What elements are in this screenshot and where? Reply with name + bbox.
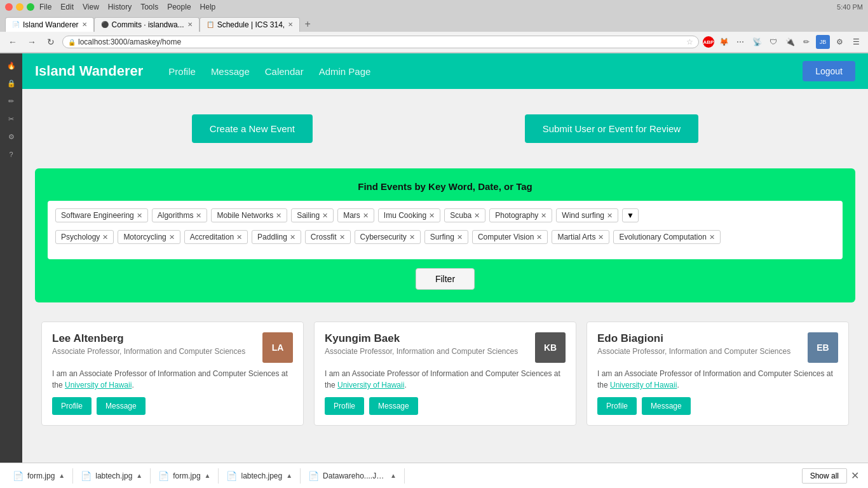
tag-item[interactable]: Photography ✕ bbox=[489, 208, 552, 222]
create-event-button[interactable]: Create a New Event bbox=[192, 114, 313, 143]
tag-item[interactable]: Mars ✕ bbox=[337, 208, 374, 222]
tag-item[interactable]: Wind surfing ✕ bbox=[556, 208, 618, 222]
show-all-button[interactable]: Show all bbox=[802, 468, 847, 484]
nav-link-message[interactable]: Message bbox=[211, 66, 250, 77]
close-download-bar-button[interactable]: ✕ bbox=[847, 470, 863, 482]
tag-item[interactable]: Imu Cooking ✕ bbox=[378, 208, 440, 222]
menu-view[interactable]: View bbox=[83, 3, 99, 11]
tag-item[interactable]: Cybersecurity ✕ bbox=[355, 230, 421, 244]
filter-btn-row: Filter bbox=[48, 268, 843, 290]
download-chevron-icon[interactable]: ▲ bbox=[58, 472, 65, 479]
navbar-brand: Island Wanderer bbox=[35, 63, 143, 79]
tag-remove-icon[interactable]: ✕ bbox=[598, 233, 604, 241]
menu-icon[interactable]: ☰ bbox=[849, 35, 863, 49]
tag-remove-icon[interactable]: ✕ bbox=[709, 233, 715, 241]
filter-button[interactable]: Filter bbox=[416, 268, 475, 290]
view-profile-button[interactable]: Profile bbox=[597, 397, 637, 415]
hawaii-link[interactable]: University of Hawaii bbox=[337, 381, 404, 390]
close-window-btn[interactable] bbox=[5, 3, 13, 11]
tag-item[interactable]: Algorithms ✕ bbox=[152, 208, 208, 222]
tab-commits[interactable]: ⚫ Commits · islandwa... ✕ bbox=[94, 17, 200, 32]
view-profile-button[interactable]: Profile bbox=[52, 397, 92, 415]
submit-review-button[interactable]: Submit User or Event for Review bbox=[525, 114, 699, 143]
tag-item[interactable]: Evolutionary Computation ✕ bbox=[613, 230, 720, 244]
back-button[interactable]: ← bbox=[5, 34, 20, 50]
tag-remove-icon[interactable]: ✕ bbox=[290, 233, 295, 241]
download-chevron-icon[interactable]: ▲ bbox=[286, 472, 292, 479]
tag-remove-icon[interactable]: ✕ bbox=[536, 233, 542, 241]
download-chevron-icon[interactable]: ▲ bbox=[205, 472, 211, 479]
tag-remove-icon[interactable]: ✕ bbox=[276, 212, 281, 220]
download-chevron-icon[interactable]: ▲ bbox=[136, 472, 142, 479]
tab-close-3[interactable]: ✕ bbox=[288, 21, 293, 28]
hawaii-link[interactable]: University of Hawaii bbox=[610, 381, 677, 390]
tag-item[interactable]: Surfing ✕ bbox=[424, 230, 468, 244]
menu-edit[interactable]: Edit bbox=[60, 3, 74, 11]
send-message-button[interactable]: Message bbox=[97, 397, 146, 415]
tag-item[interactable]: Mobile Networks ✕ bbox=[211, 208, 287, 222]
tag-remove-icon[interactable]: ✕ bbox=[541, 212, 546, 220]
tag-remove-icon[interactable]: ✕ bbox=[607, 212, 613, 220]
tag-label: Mars bbox=[343, 211, 360, 220]
nav-link-admin[interactable]: Admin Page bbox=[319, 66, 371, 77]
url-bar[interactable]: 🔒 localhost:3000/amaskey/home ☆ bbox=[62, 36, 699, 48]
settings-icon[interactable]: ⚙ bbox=[832, 35, 846, 49]
send-message-button[interactable]: Message bbox=[369, 397, 418, 415]
download-chevron-icon[interactable]: ▲ bbox=[390, 472, 397, 479]
sidebar-icon-gear: ⚙ bbox=[4, 130, 18, 144]
tag-item[interactable]: Accreditation ✕ bbox=[184, 230, 248, 244]
tab-schedule[interactable]: 📋 Schedule | ICS 314, ✕ bbox=[200, 17, 301, 32]
send-message-button[interactable]: Message bbox=[642, 397, 691, 415]
tag-remove-icon[interactable]: ✕ bbox=[457, 233, 463, 241]
tag-remove-icon[interactable]: ✕ bbox=[236, 233, 242, 241]
tag-remove-icon[interactable]: ✕ bbox=[409, 233, 415, 241]
menu-help[interactable]: Help bbox=[200, 3, 216, 11]
pencil-icon[interactable]: ✏ bbox=[799, 35, 813, 49]
tag-remove-icon[interactable]: ✕ bbox=[339, 233, 345, 241]
tag-item[interactable]: Crossfit ✕ bbox=[305, 230, 351, 244]
forward-button[interactable]: → bbox=[24, 34, 39, 50]
tab-close-2[interactable]: ✕ bbox=[187, 21, 193, 28]
tag-remove-icon[interactable]: ✕ bbox=[429, 212, 435, 220]
bookmark-icon[interactable]: ☆ bbox=[686, 37, 693, 46]
tag-item[interactable]: Martial Arts ✕ bbox=[552, 230, 609, 244]
tag-remove-icon[interactable]: ✕ bbox=[363, 212, 369, 220]
menu-people[interactable]: People bbox=[167, 3, 191, 11]
view-profile-button[interactable]: Profile bbox=[325, 397, 364, 415]
new-tab-button[interactable]: + bbox=[300, 17, 315, 32]
card-btn-row: Profile Message bbox=[52, 397, 293, 415]
menu-tools[interactable]: Tools bbox=[140, 3, 158, 11]
menu-history[interactable]: History bbox=[108, 3, 132, 11]
tag-item[interactable]: Sailing ✕ bbox=[291, 208, 334, 222]
tag-item[interactable]: Computer Vision ✕ bbox=[472, 230, 548, 244]
tag-remove-icon[interactable]: ✕ bbox=[169, 233, 175, 241]
logout-button[interactable]: Logout bbox=[803, 61, 855, 81]
tab-title-2: Commits · islandwa... bbox=[112, 20, 184, 29]
tag-item[interactable]: Software Engineering ✕ bbox=[55, 208, 148, 222]
tab-island-wanderer[interactable]: 📄 Island Wanderer ✕ bbox=[5, 17, 94, 32]
menu-file[interactable]: File bbox=[39, 3, 51, 11]
extension-icon-2[interactable]: 🔌 bbox=[783, 35, 797, 49]
refresh-button[interactable]: ↻ bbox=[43, 34, 58, 50]
nav-link-calendar[interactable]: Calendar bbox=[265, 66, 304, 77]
minimize-window-btn[interactable] bbox=[16, 3, 24, 11]
tag-remove-icon[interactable]: ✕ bbox=[137, 212, 142, 220]
tag-remove-icon[interactable]: ✕ bbox=[474, 212, 480, 220]
tag-item[interactable]: Scuba ✕ bbox=[444, 208, 485, 222]
tag-remove-icon[interactable]: ✕ bbox=[322, 212, 328, 220]
maximize-window-btn[interactable] bbox=[27, 3, 34, 11]
url-text: localhost:3000/amaskey/home bbox=[78, 37, 684, 46]
tags-overflow-btn[interactable]: ▼ bbox=[622, 208, 639, 222]
tag-item[interactable]: Paddling ✕ bbox=[252, 230, 301, 244]
menu-bar: File Edit View History Tools People Help bbox=[39, 3, 215, 11]
tag-item[interactable]: Motorcycling ✕ bbox=[118, 230, 180, 244]
tag-remove-icon[interactable]: ✕ bbox=[196, 212, 201, 220]
extension-icon-1[interactable]: ⋯ bbox=[733, 35, 747, 49]
tag-item[interactable]: Psychology ✕ bbox=[55, 230, 114, 244]
tag-label: Paddling bbox=[257, 233, 287, 241]
tab-close-1[interactable]: ✕ bbox=[82, 21, 87, 28]
hawaii-link[interactable]: University of Hawaii bbox=[65, 381, 132, 390]
nav-link-profile[interactable]: Profile bbox=[168, 66, 196, 77]
tag-remove-icon[interactable]: ✕ bbox=[102, 233, 108, 241]
card-name: Kyungim Baek bbox=[325, 332, 518, 345]
